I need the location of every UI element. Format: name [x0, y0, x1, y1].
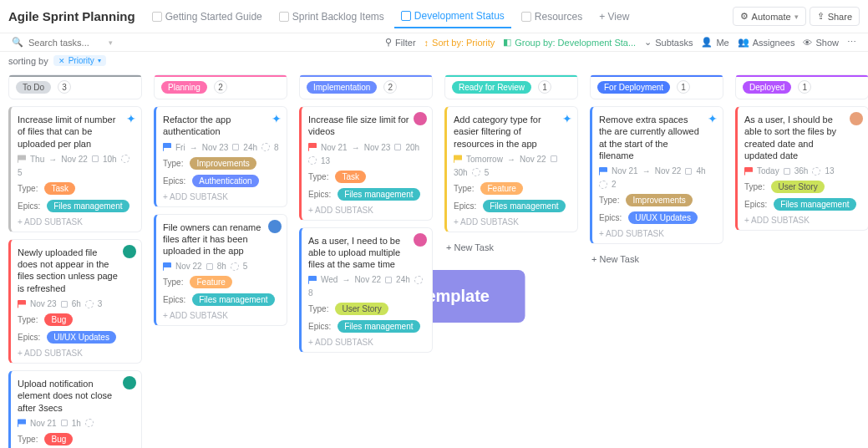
epic-tag[interactable]: Files management — [338, 188, 419, 201]
task-card[interactable]: ✦Add category type for easier filtering … — [444, 106, 578, 232]
epics-label: Epics: — [308, 322, 331, 331]
task-card[interactable]: ✦Refactor the app authenticationFri→Nov … — [154, 106, 287, 207]
task-card[interactable]: As a user, I need to be able to upload m… — [299, 227, 433, 354]
view-icon — [279, 12, 289, 22]
sorting-chip[interactable]: ✕ Priority ▾ — [53, 55, 106, 66]
group-button[interactable]: ◧Group by: Development Sta... — [503, 37, 636, 48]
view-tab[interactable]: Development Status — [394, 5, 511, 28]
status-pill: To Do — [16, 81, 51, 94]
add-subtask-button[interactable]: + ADD SUBTASK — [599, 229, 716, 238]
chevron-down-icon: ▾ — [794, 13, 799, 21]
task-card[interactable]: Increase file size limit for videosNov 2… — [299, 106, 433, 221]
type-tag[interactable]: Improvements — [626, 194, 692, 206]
epic-tag[interactable]: Files management — [338, 320, 419, 333]
automate-button[interactable]: ⚙ Automate ▾ — [733, 7, 806, 26]
type-tag[interactable]: User Story — [335, 303, 388, 315]
avatar — [268, 220, 282, 233]
sort-button[interactable]: ↕Sort by: Priority — [424, 38, 495, 48]
type-label: Type: — [308, 304, 328, 313]
hourglass-icon — [685, 168, 692, 175]
meta-value: Nov 22 — [520, 155, 546, 164]
type-label: Type: — [163, 277, 183, 287]
arrow-right-icon: → — [352, 143, 360, 152]
new-task-button[interactable]: + New Task — [444, 239, 578, 256]
sparkle-icon: ✦ — [708, 112, 718, 125]
avatar — [123, 245, 136, 258]
type-tag[interactable]: Feature — [480, 182, 522, 195]
add-subtask-button[interactable]: + ADD SUBTASK — [744, 216, 861, 225]
priority-flag-icon — [454, 155, 462, 163]
task-card[interactable]: As a user, I should be able to sort the … — [735, 106, 868, 231]
more-button[interactable]: ⋯ — [847, 37, 856, 48]
column-header[interactable]: Implementation2 — [299, 74, 433, 99]
tab-label: Getting Started Guide — [165, 11, 262, 23]
filter-button[interactable]: ⚲Filter — [385, 37, 415, 48]
type-tag[interactable]: Bug — [44, 433, 73, 445]
priority-flag-icon — [744, 167, 753, 176]
people-icon — [85, 300, 94, 308]
type-tag[interactable]: Task — [335, 171, 366, 183]
assignees-button[interactable]: 👥Assignees — [738, 37, 795, 48]
epic-tag[interactable]: UI/UX Updates — [628, 211, 698, 224]
epic-tag[interactable]: Files management — [47, 200, 129, 212]
type-tag[interactable]: Improvements — [190, 157, 256, 170]
task-card[interactable]: Upload notification element does not clo… — [8, 370, 142, 448]
add-subtask-button[interactable]: + ADD SUBTASK — [308, 338, 425, 347]
type-tag[interactable]: Feature — [190, 276, 231, 288]
add-subtask-button[interactable]: + ADD SUBTASK — [163, 311, 280, 320]
show-button[interactable]: 👁Show — [803, 38, 839, 48]
epic-tag[interactable]: UI/UX Updates — [47, 331, 116, 344]
view-tab[interactable]: Sprint Backlog Items — [272, 6, 391, 28]
hourglass-icon — [206, 263, 213, 270]
meta-value: Tomorrow — [466, 155, 503, 164]
column-count: 3 — [58, 80, 71, 94]
meta-value: Nov 21 — [321, 143, 348, 152]
type-tag[interactable]: Task — [44, 182, 75, 195]
share-button[interactable]: ⇪ Share — [810, 7, 860, 26]
add-subtask-button[interactable]: + ADD SUBTASK — [18, 217, 135, 227]
people-icon — [121, 155, 129, 163]
meta-value: Wed — [321, 275, 338, 284]
meta-value: 4h — [696, 166, 705, 176]
add-view-button[interactable]: + View — [592, 6, 636, 28]
type-tag[interactable]: User Story — [771, 181, 824, 193]
card-title: Add category type for easier filtering o… — [454, 114, 571, 150]
search-box[interactable]: 🔍 ▾ — [12, 37, 129, 48]
add-subtask-button[interactable]: + ADD SUBTASK — [308, 206, 425, 215]
column-header[interactable]: Ready for Review1 — [444, 74, 578, 99]
task-card[interactable]: File owners can rename files after it ha… — [154, 214, 287, 327]
new-task-button[interactable]: + New Task — [590, 251, 723, 267]
card-meta: Nov 21→Nov 224h2 — [599, 166, 716, 189]
add-subtask-button[interactable]: + ADD SUBTASK — [18, 349, 135, 358]
column-header[interactable]: Deployed1 — [735, 74, 868, 99]
status-pill: For Deployment — [597, 81, 670, 94]
add-subtask-button[interactable]: + ADD SUBTASK — [163, 192, 280, 201]
epic-tag[interactable]: Authentication — [192, 175, 258, 187]
meta-value: 1h — [72, 419, 81, 428]
add-subtask-button[interactable]: + ADD SUBTASK — [454, 217, 571, 227]
epic-tag[interactable]: Files management — [774, 198, 855, 211]
task-card[interactable]: ✦Increase limit of number of files that … — [8, 106, 142, 232]
card-meta: Nov 211h — [18, 419, 135, 428]
me-button[interactable]: 👤Me — [701, 37, 728, 48]
hourglass-icon — [232, 144, 239, 150]
epic-tag[interactable]: Files management — [192, 293, 274, 306]
column-header[interactable]: To Do3 — [8, 74, 142, 99]
subtasks-button[interactable]: ⌄Subtasks — [644, 37, 693, 48]
view-tab[interactable]: Getting Started Guide — [145, 6, 269, 28]
epic-tag[interactable]: Files management — [483, 200, 565, 212]
task-card[interactable]: Newly uploaded file does not appear in t… — [8, 239, 142, 364]
view-tab[interactable]: Resources — [515, 6, 589, 28]
column-header[interactable]: For Deployment1 — [590, 74, 723, 99]
type-tag[interactable]: Bug — [44, 313, 73, 326]
arrow-right-icon: → — [190, 143, 198, 152]
search-input[interactable] — [28, 38, 104, 48]
board-column: Implementation2Increase file size limit … — [299, 74, 433, 440]
column-header[interactable]: Planning2 — [154, 74, 287, 99]
close-icon[interactable]: ✕ — [58, 57, 65, 65]
card-title: As a user, I should be able to sort the … — [744, 114, 861, 161]
task-card[interactable]: ✦Remove extra spaces the are currently a… — [590, 106, 723, 244]
eye-icon: 👁 — [803, 38, 812, 48]
meta-value: 5 — [485, 168, 490, 177]
meta-value: Today — [757, 166, 779, 176]
